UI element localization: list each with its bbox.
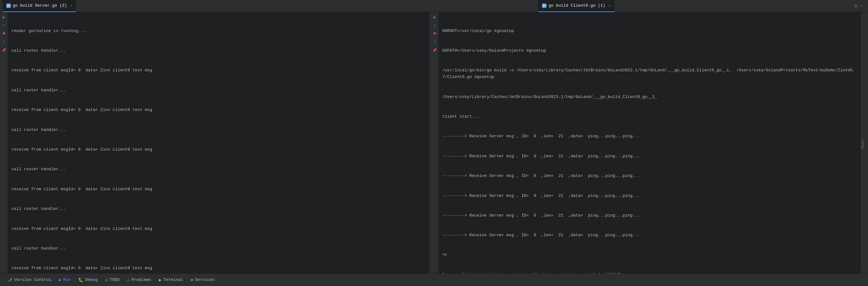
services-label: Services bbox=[195, 278, 215, 282]
right-line-12: ^C bbox=[442, 252, 857, 259]
left-line-1: reader goroutine is running... bbox=[11, 28, 426, 34]
tab-bar: go go build Server.go (2) ✕ go go build … bbox=[0, 0, 868, 12]
right-pin-icon[interactable]: 📌 bbox=[432, 48, 437, 53]
bottom-services[interactable]: ⚙ Services bbox=[187, 274, 219, 286]
right-line-7: ---------> Receive Server msg , ID= 0 ,l… bbox=[442, 153, 857, 160]
left-line-7: receive from client msgId= 0 data= Zinx … bbox=[11, 146, 426, 153]
run-icon: ▶ bbox=[59, 278, 61, 283]
bottom-debug[interactable]: 🐛 Debug bbox=[74, 274, 101, 286]
settings-icon[interactable]: ⚙ bbox=[855, 3, 858, 9]
right-line-10: ---------> Receive Server msg , ID= 0 ,l… bbox=[442, 212, 857, 219]
right-line-6: ---------> Receive Server msg , ID= 0 ,l… bbox=[442, 133, 857, 140]
right-line-9: ---------> Receive Server msg , ID= 0 ,l… bbox=[442, 193, 857, 199]
go-icon-right: go bbox=[542, 3, 547, 8]
tab-client-close[interactable]: ✕ bbox=[609, 3, 611, 8]
tab-server-close[interactable]: ✕ bbox=[70, 3, 72, 8]
go-icon-left: go bbox=[6, 3, 11, 8]
left-line-8: call router handler... bbox=[11, 166, 426, 173]
left-console-output: reader goroutine is running... call rout… bbox=[8, 12, 430, 273]
left-line-2: call router handler... bbox=[11, 48, 426, 54]
bottom-version-control[interactable]: ⎇ Version Control bbox=[4, 274, 55, 286]
terminal-icon: ▶ bbox=[159, 278, 161, 283]
bottom-terminal[interactable]: ▶ Terminal bbox=[155, 274, 187, 286]
tab-server-label: go build Server.go (2) bbox=[13, 3, 67, 8]
todo-label: TODO bbox=[110, 278, 119, 282]
left-line-13: receive from client msgId= 0 data= Zinx … bbox=[11, 265, 426, 272]
right-line-1: GOROOT=/usr/local/go #gosetup bbox=[442, 28, 857, 34]
right-run-icon[interactable]: ▶ bbox=[432, 15, 437, 20]
right-line-3: /usr/local/go/bin/go build -o /Users/xsk… bbox=[442, 67, 857, 81]
right-panel-sidebar: ▶ ✎ ■ ≡ 📌 bbox=[431, 12, 438, 273]
tab-settings-area: ⚙ — bbox=[852, 3, 865, 9]
right-edit-icon[interactable]: ✎ bbox=[432, 23, 437, 28]
left-line-10: call router handler... bbox=[11, 206, 426, 212]
problems-label: Problems bbox=[131, 278, 151, 282]
tab-client-label: go build Client0.go (1) bbox=[548, 3, 605, 8]
right-sidebar: Make bbox=[860, 12, 868, 273]
run-label: Run bbox=[63, 278, 71, 282]
left-panel-body: ▶ ✎ ■ ≡ 📌 reader goroutine is running...… bbox=[0, 12, 430, 273]
tab-server[interactable]: go go build Server.go (2) ✕ bbox=[3, 0, 76, 12]
bottom-problems[interactable]: ⚠ Problems bbox=[123, 274, 155, 286]
right-stop-icon[interactable]: ■ bbox=[432, 31, 437, 36]
terminal-label: Terminal bbox=[163, 278, 183, 282]
left-panel-sidebar: ▶ ✎ ■ ≡ 📌 bbox=[0, 12, 8, 273]
left-line-6: call router handler... bbox=[11, 127, 426, 134]
right-line-8: ---------> Receive Server msg , ID= 0 ,l… bbox=[442, 173, 857, 179]
problems-icon: ⚠ bbox=[127, 278, 130, 283]
left-list-icon[interactable]: ≡ bbox=[1, 39, 6, 45]
todo-icon: ☑ bbox=[105, 278, 108, 283]
right-panel-body: ▶ ✎ ■ ≡ 📌 GOROOT=/usr/local/go #gosetup … bbox=[431, 12, 860, 273]
right-console-output: GOROOT=/usr/local/go #gosetup GOPATH=/Us… bbox=[438, 12, 860, 273]
left-line-11: receive from client msgId= 0 data= Zinx … bbox=[11, 226, 426, 232]
minimize-icon[interactable]: — bbox=[860, 3, 863, 9]
left-line-12: call router handler... bbox=[11, 246, 426, 252]
debug-icon: 🐛 bbox=[78, 278, 83, 283]
left-run-icon[interactable]: ▶ bbox=[1, 15, 6, 20]
version-control-label: Version Control bbox=[14, 278, 51, 282]
bottom-todo[interactable]: ☑ TODO bbox=[101, 274, 123, 286]
left-line-3: receive from client msgId= 0 data= Zinx … bbox=[11, 67, 426, 74]
right-list-icon[interactable]: ≡ bbox=[432, 39, 437, 45]
right-line-4: /Users/xsky/Library/Caches/JetBrains/GoL… bbox=[442, 94, 857, 101]
debug-label: Debug bbox=[85, 278, 98, 282]
bottom-run[interactable]: ▶ Run bbox=[55, 274, 74, 286]
tab-client[interactable]: go go build Client0.go (1) ✕ bbox=[538, 0, 614, 12]
right-line-2: GOPATH=/Users/xsky/GolandProjects #goset… bbox=[442, 48, 857, 54]
left-line-4: call router handler... bbox=[11, 87, 426, 94]
right-line-11: ---------> Receive Server msg , ID= 0 ,l… bbox=[442, 232, 857, 239]
left-pin-icon[interactable]: 📌 bbox=[1, 48, 6, 53]
version-control-icon: ⎇ bbox=[8, 278, 12, 283]
make-label[interactable]: Make bbox=[861, 137, 865, 149]
left-line-5: receive from client msgId= 0 data= Zinx … bbox=[11, 107, 426, 114]
right-panel: ▶ ✎ ■ ≡ 📌 GOROOT=/usr/local/go #gosetup … bbox=[431, 12, 860, 273]
right-line-5: client start... bbox=[442, 114, 857, 120]
left-edit-icon[interactable]: ✎ bbox=[1, 23, 6, 28]
bottom-bar: ⎇ Version Control ▶ Run 🐛 Debug ☑ TODO ⚠… bbox=[0, 273, 868, 286]
services-icon: ⚙ bbox=[191, 278, 193, 283]
main-content: ▶ ✎ ■ ≡ 📌 reader goroutine is running...… bbox=[0, 12, 868, 273]
left-line-9: receive from client msgId= 0 data= Zinx … bbox=[11, 186, 426, 193]
left-panel: ▶ ✎ ■ ≡ 📌 reader goroutine is running...… bbox=[0, 12, 430, 273]
left-stop-icon[interactable]: ■ bbox=[1, 31, 6, 36]
right-line-13: Process finished with the exit code 130 … bbox=[442, 272, 857, 273]
